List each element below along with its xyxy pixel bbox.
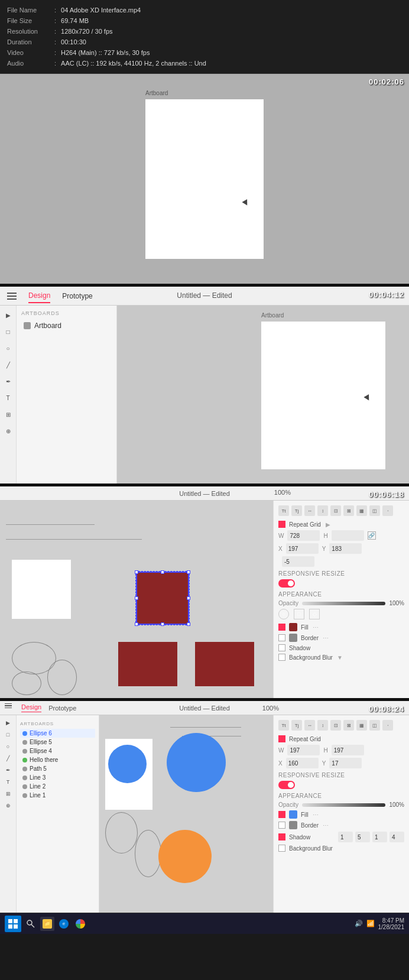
layer-line3[interactable]: Line 3 (20, 773, 95, 782)
bg-blur-checkbox-4[interactable] (278, 845, 285, 852)
layer-line2[interactable]: Line 2 (20, 782, 95, 791)
opacity-slider-4[interactable] (302, 803, 386, 807)
zoom-tool[interactable]: ⊕ (4, 426, 13, 436)
text-tool-4[interactable]: T (7, 779, 10, 785)
handle-bm[interactable] (161, 622, 164, 626)
select-tool-4[interactable]: ▶ (6, 720, 10, 726)
panel-tool-btn-4[interactable]: ↕ (317, 505, 328, 516)
x2-input[interactable] (282, 556, 314, 567)
network-icon[interactable]: 📶 (366, 920, 375, 927)
menu-icon-4[interactable] (5, 703, 14, 713)
ellipse-tool-4[interactable]: ○ (7, 744, 9, 749)
layer-hello[interactable]: Hello there (20, 755, 95, 764)
fill-color-swatch-4[interactable] (289, 810, 297, 819)
s4-height-input[interactable] (332, 745, 364, 755)
layer-line1[interactable]: Line 1 (20, 791, 95, 800)
pen-tool-4[interactable]: ✒ (6, 767, 11, 773)
panel-tool-btn-8[interactable]: ◫ (369, 505, 380, 516)
start-button[interactable] (5, 916, 21, 932)
edge-browser-btn[interactable]: e (57, 917, 71, 931)
opacity-slider[interactable] (302, 602, 386, 605)
handle-bl[interactable] (135, 622, 138, 626)
fill-expand-btn[interactable]: ⋯ (312, 624, 319, 631)
repeat-grid-checkbox[interactable] (278, 521, 285, 528)
tab-design-4[interactable]: Design (21, 703, 41, 712)
blend-diamond-btn[interactable]: ◇ (309, 609, 320, 619)
search-taskbar-btn[interactable] (24, 917, 38, 931)
p4-tool-btn-5[interactable]: ⊡ (330, 720, 341, 731)
volume-icon[interactable]: 🔊 (355, 920, 363, 927)
panel-tool-btn-5[interactable]: ⊡ (330, 505, 341, 516)
layer-ellipse6[interactable]: Ellipse 6 (20, 729, 95, 738)
sidebar-artboard-item[interactable]: Artboard (21, 320, 112, 332)
responsive-toggle[interactable] (278, 579, 295, 588)
width-input[interactable] (287, 530, 320, 541)
p4-tool-btn-6[interactable]: ⊠ (343, 720, 354, 731)
fill-color-swatch[interactable] (289, 623, 297, 631)
tab-prototype-4[interactable]: Prototype (48, 705, 76, 712)
p4-tool-btn-7[interactable]: ▦ (356, 720, 367, 731)
blend-square-btn[interactable]: □ (294, 609, 304, 619)
rect-tool-4[interactable]: □ (7, 732, 9, 738)
pen-tool[interactable]: ✒ (4, 377, 13, 386)
responsive-toggle-4[interactable] (278, 781, 295, 789)
handle-br[interactable] (187, 622, 190, 626)
border-color-swatch[interactable] (289, 634, 297, 642)
y-input[interactable] (329, 543, 362, 554)
chrome-btn[interactable] (73, 917, 87, 931)
border-expand-btn[interactable]: ⋯ (322, 634, 329, 641)
menu-icon-2[interactable] (7, 293, 17, 300)
handle-tl[interactable] (135, 570, 138, 574)
bg-blur-checkbox[interactable] (278, 654, 285, 661)
p4-tool-btn-9[interactable]: ⬝ (382, 720, 393, 731)
border-checkbox[interactable] (278, 634, 285, 641)
height-input[interactable] (332, 530, 364, 541)
panel-tool-btn-7[interactable]: ▦ (356, 505, 367, 516)
layer-ellipse4[interactable]: Ellipse 4 (20, 747, 95, 755)
layer-ellipse5[interactable]: Ellipse 5 (20, 738, 95, 747)
handle-mr[interactable] (187, 596, 190, 600)
zoom-tool-4[interactable]: ⊕ (6, 803, 11, 809)
shadow-checkbox[interactable] (278, 644, 285, 651)
text-tool[interactable]: T (4, 393, 13, 403)
handle-tm[interactable] (161, 570, 164, 574)
shadow-blur[interactable] (372, 832, 387, 842)
line-tool[interactable]: ╱ (4, 360, 13, 369)
border-expand-btn-4[interactable]: ⋯ (322, 822, 329, 829)
lock-ratio-btn[interactable]: 🔗 (368, 531, 376, 540)
shadow-spread[interactable] (389, 832, 404, 842)
repeat-grid-checkbox-4[interactable] (278, 735, 285, 742)
p4-tool-btn-1[interactable]: Tt (278, 720, 289, 731)
fill-expand-btn-4[interactable]: ⋯ (312, 811, 319, 818)
shadow-y[interactable] (355, 832, 370, 842)
artboard-tool-4[interactable]: ⊞ (6, 791, 11, 797)
panel-tool-btn-9[interactable]: ⬝ (382, 505, 393, 516)
rectangle-tool[interactable]: □ (4, 327, 13, 336)
x-input[interactable] (286, 543, 319, 554)
s4-width-input[interactable] (287, 745, 320, 755)
p4-tool-btn-3[interactable]: ↔ (304, 720, 315, 731)
repeat-grid-expand[interactable]: ▶ (324, 521, 332, 528)
blend-circle-btn[interactable]: ○ (278, 609, 289, 619)
border-color-swatch-4[interactable] (289, 821, 297, 829)
tab-prototype-2[interactable]: Prototype (62, 290, 92, 303)
s4-x-input[interactable] (286, 758, 319, 768)
panel-tool-btn-3[interactable]: ↔ (304, 505, 315, 516)
handle-ml[interactable] (135, 596, 138, 600)
file-explorer-btn[interactable]: 📁 (40, 917, 54, 931)
selected-rectangle-3[interactable] (136, 572, 189, 625)
s4-y-input[interactable] (329, 758, 362, 768)
border-checkbox-4[interactable] (278, 822, 285, 829)
ellipse-tool[interactable]: ○ (4, 343, 13, 353)
p4-tool-btn-4[interactable]: ↕ (317, 720, 328, 731)
artboard-tool[interactable]: ⊞ (4, 410, 13, 419)
line-tool-4[interactable]: ╱ (7, 755, 9, 761)
panel-tool-btn-1[interactable]: Tt (278, 505, 289, 516)
bg-blur-expand-btn[interactable]: ▼ (336, 654, 343, 661)
fill-checkbox-4[interactable] (278, 811, 285, 818)
shadow-checkbox-4[interactable] (278, 833, 285, 841)
p4-tool-btn-2[interactable]: Tj (291, 720, 302, 731)
tab-design-2[interactable]: Design (28, 289, 50, 303)
fill-checkbox[interactable] (278, 624, 285, 631)
select-tool[interactable]: ▶ (4, 310, 13, 320)
